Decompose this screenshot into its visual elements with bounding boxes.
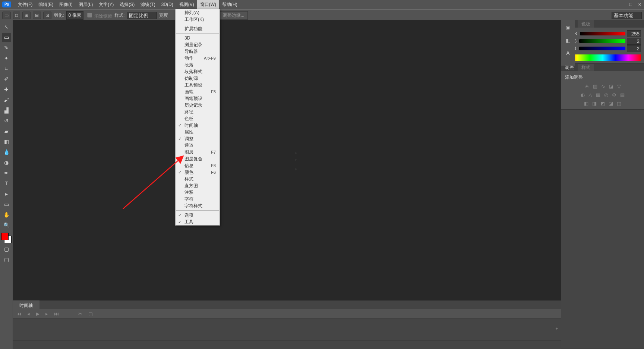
next-frame-icon[interactable]: ▸ [45, 311, 48, 317]
healing-brush-tool[interactable]: ✚ [2, 85, 11, 94]
window-menu-item[interactable]: 属性 [176, 129, 220, 135]
lasso-tool[interactable]: ✎ [2, 43, 11, 52]
window-menu-item[interactable]: 直方图 [176, 182, 220, 189]
hand-tool[interactable]: ✋ [2, 210, 11, 219]
minimize-icon[interactable]: — [617, 0, 626, 9]
style-select[interactable]: 固定比例 [127, 12, 157, 19]
marquee-tool[interactable]: ▭ [2, 33, 11, 42]
feather-input[interactable]: 0 像素 [66, 11, 83, 20]
refine-edge-button[interactable]: 调整边缘... [220, 11, 248, 20]
screenmode-icon[interactable]: ▢ [2, 255, 11, 264]
window-menu-item[interactable]: 图层复合 [176, 155, 220, 162]
tab-styles[interactable]: 样式 [578, 64, 594, 71]
blur-tool[interactable]: 💧 [2, 148, 11, 157]
window-menu-item[interactable]: 字符样式 [176, 202, 220, 209]
menu-窗口(W)[interactable]: 窗口(W) [197, 0, 219, 9]
menu-文字(Y)[interactable]: 文字(Y) [96, 0, 117, 9]
play-icon[interactable]: ▶ [36, 311, 40, 317]
brush-tool[interactable]: 🖌 [2, 95, 11, 104]
eraser-tool[interactable]: ▰ [2, 127, 11, 136]
foreground-background-swatch[interactable] [1, 233, 12, 243]
eyedropper-tool[interactable]: ✐ [2, 75, 11, 84]
window-menu-item[interactable]: 导航器 [176, 48, 220, 55]
timeline-controls[interactable]: ⏮ ◂ ▶ ▸ ⏭ ✂ ▢ [13, 309, 561, 318]
window-menu-item[interactable]: 段落样式 [176, 68, 220, 75]
window-menu-item[interactable]: 注释 [176, 189, 220, 196]
collapsed-panel-strip[interactable]: ▣ ◧ A [561, 20, 575, 66]
last-frame-icon[interactable]: ⏭ [54, 311, 59, 317]
add-selection-icon[interactable]: ⊞ [22, 12, 31, 19]
magic-wand-tool[interactable]: ✦ [2, 54, 11, 63]
shape-tool[interactable]: ▭ [2, 200, 11, 209]
properties-icon[interactable]: ◧ [566, 37, 571, 43]
window-menu-item[interactable]: 路径 [176, 109, 220, 115]
pen-tool[interactable]: ✒ [2, 169, 11, 177]
window-menu-item[interactable]: 图层F7 [176, 149, 220, 155]
window-menu-item[interactable]: 画笔预设 [176, 95, 220, 102]
window-menu-item[interactable]: 信息F8 [176, 162, 220, 169]
window-menu-item[interactable]: 时间轴✓ [176, 122, 220, 129]
maximize-icon[interactable]: ☐ [626, 0, 635, 9]
cut-icon[interactable]: ✂ [78, 311, 82, 317]
window-menu-item[interactable]: 选项✓ [176, 212, 220, 218]
menu-视图(V)[interactable]: 视图(V) [176, 0, 197, 9]
path-select-tool[interactable]: ▸ [2, 189, 11, 198]
window-menu-item[interactable]: 色板 [176, 115, 220, 122]
window-menu-item[interactable]: 工具预设 [176, 82, 220, 88]
window-menu-item[interactable]: 仿制源 [176, 75, 220, 82]
window-menu-item[interactable]: 调整✓ [176, 135, 220, 142]
move-tool[interactable]: ↖ [2, 22, 11, 31]
window-menu-item[interactable]: 排列(A)▶ [176, 9, 220, 16]
window-menu-item[interactable]: 样式 [176, 176, 220, 182]
window-menu-item[interactable]: 历史记录 [176, 102, 220, 109]
menu-编辑(E)[interactable]: 编辑(E) [35, 0, 56, 9]
menu-图层(L)[interactable]: 图层(L) [76, 0, 96, 9]
g-input[interactable] [627, 38, 641, 45]
b-slider[interactable] [579, 47, 625, 50]
r-slider[interactable] [580, 32, 625, 35]
history-brush-tool[interactable]: ↺ [2, 116, 11, 125]
marquee-preset-icon[interactable]: ▭ [2, 12, 11, 19]
prev-frame-icon[interactable]: ◂ [27, 311, 30, 317]
menu-3D(D)[interactable]: 3D(D) [158, 0, 176, 9]
color-ramp[interactable] [564, 54, 641, 61]
first-frame-icon[interactable]: ⏮ [16, 311, 21, 317]
window-menu-dropdown[interactable]: 排列(A)▶工作区(K)▶扩展功能▶3D测量记录导航器动作Alt+F9段落段落样… [175, 9, 220, 226]
canvas-area[interactable] [13, 20, 561, 301]
adjustment-preset-row-1[interactable]: ☀▥∿ ◪▽ [565, 84, 640, 89]
window-menu-item[interactable]: 段落 [176, 62, 220, 68]
window-controls[interactable]: — ☐ ✕ [617, 0, 644, 9]
workspace-switcher[interactable]: 基本功能 [612, 12, 642, 19]
menu-选择(S)[interactable]: 选择(S) [117, 0, 138, 9]
type-tool[interactable]: T [2, 179, 11, 188]
quickmask-icon[interactable]: ▢ [2, 245, 11, 254]
subtract-selection-icon[interactable]: ⊟ [33, 12, 41, 19]
window-menu-item[interactable]: 字符 [176, 196, 220, 202]
window-menu-item[interactable]: 动作Alt+F9 [176, 55, 220, 62]
crop-tool[interactable]: ⌗ [2, 64, 11, 73]
g-slider[interactable] [579, 39, 625, 43]
dodge-tool[interactable]: ◑ [2, 158, 11, 167]
window-menu-item[interactable]: 工具✓ [176, 218, 220, 225]
menu-文件(F)[interactable]: 文件(F) [15, 0, 35, 9]
adjustment-preset-row-2[interactable]: ◐△▦ ◎⚙▤ [565, 92, 640, 98]
history-icon[interactable]: ▣ [566, 25, 571, 31]
menu-帮助(H)[interactable]: 帮助(H) [219, 0, 240, 9]
window-menu-item[interactable]: 3D [176, 35, 220, 41]
menu-滤镜(T)[interactable]: 滤镜(T) [138, 0, 158, 9]
intersect-selection-icon[interactable]: ⊡ [43, 12, 51, 19]
menu-图像(I)[interactable]: 图像(I) [56, 0, 75, 9]
gradient-tool[interactable]: ◧ [2, 137, 11, 146]
timeline-track-area[interactable]: ＋ [13, 318, 561, 341]
window-menu-item[interactable]: 颜色✓F6 [176, 169, 220, 176]
tab-swatches[interactable]: 色板 [578, 20, 594, 28]
window-menu-item[interactable]: 画笔F5 [176, 88, 220, 95]
zoom-tool[interactable]: 🔍 [2, 221, 11, 230]
b-input[interactable] [627, 45, 641, 52]
adjustment-preset-row-3[interactable]: ◧◨◩ ◪◫ [565, 101, 640, 106]
r-input[interactable] [627, 30, 641, 37]
close-icon[interactable]: ✕ [635, 0, 644, 9]
add-track-icon[interactable]: ＋ [555, 326, 559, 332]
window-menu-item[interactable]: 通道 [176, 142, 220, 149]
tab-timeline[interactable]: 时间轴 [13, 301, 40, 310]
